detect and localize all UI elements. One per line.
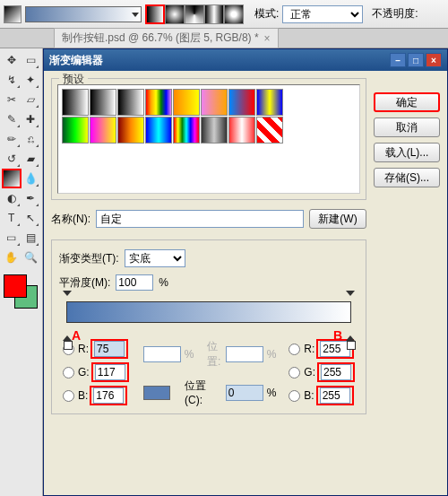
angle-gradient-icon[interactable] xyxy=(185,4,204,24)
g-radio-right[interactable] xyxy=(289,367,300,379)
dodge-tool[interactable]: ◐ xyxy=(2,188,22,208)
new-button[interactable]: 新建(W) xyxy=(309,209,366,229)
gradient-type-label: 渐变类型(T): xyxy=(59,251,119,266)
hand-tool[interactable]: ✋ xyxy=(2,248,22,267)
b-radio-left[interactable] xyxy=(63,390,74,402)
save-button[interactable]: 存储(S)... xyxy=(374,168,440,187)
diamond-gradient-icon[interactable] xyxy=(224,4,244,24)
dialog-title: 渐变编辑器 xyxy=(49,53,103,68)
b-input-left[interactable] xyxy=(93,387,124,404)
document-tab[interactable]: 制作按钮.psd @ 66.7% (图层 5, RGB/8) * × xyxy=(54,28,279,48)
maximize-button[interactable]: □ xyxy=(408,53,424,67)
preset-swatch[interactable] xyxy=(201,117,228,144)
b-radio-right[interactable] xyxy=(289,390,300,402)
blur-tool[interactable]: 💧 xyxy=(22,169,40,188)
smoothness-input[interactable] xyxy=(116,274,153,291)
wand-tool[interactable]: ✦ xyxy=(22,70,41,90)
path-select-tool[interactable]: ↖ xyxy=(22,208,41,228)
presets-group: 预设 xyxy=(51,78,366,200)
middle-controls: % 位置:% 位置(C): % xyxy=(143,339,277,406)
position-input[interactable] xyxy=(226,385,263,401)
opacity-label: 不透明度: xyxy=(372,6,418,22)
color-swatches[interactable] xyxy=(2,273,38,309)
gradient-picker[interactable] xyxy=(25,6,142,22)
g-input-left[interactable] xyxy=(95,364,125,380)
color-stop-left[interactable] xyxy=(63,330,72,341)
color-stop-right[interactable] xyxy=(346,330,355,341)
type-tool[interactable]: T xyxy=(2,208,22,228)
pen-tool[interactable]: ✒ xyxy=(22,188,41,208)
load-button[interactable]: 载入(L)... xyxy=(374,143,440,162)
foreground-color-swatch[interactable] xyxy=(4,274,27,298)
gradient-type-select[interactable]: 实底 xyxy=(125,249,185,267)
preset-swatch[interactable] xyxy=(201,89,228,116)
eyedropper-tool[interactable]: ✎ xyxy=(2,109,22,129)
mode-label: 模式: xyxy=(254,6,279,22)
gradient-tool-indicator xyxy=(4,5,22,23)
history-brush-tool[interactable]: ↺ xyxy=(2,149,22,169)
brush-tool[interactable]: ✏ xyxy=(2,129,22,149)
opacity-pos-val xyxy=(226,346,263,362)
annotation-b: B xyxy=(333,328,342,343)
move-tool[interactable]: ✥ xyxy=(2,50,22,70)
marquee-tool[interactable]: ▭ xyxy=(22,50,41,70)
preset-swatch[interactable] xyxy=(117,117,144,144)
g-input-right[interactable] xyxy=(321,364,351,380)
stop-color-chip[interactable] xyxy=(143,386,170,400)
preset-swatch[interactable] xyxy=(228,117,255,144)
preset-swatch[interactable] xyxy=(173,117,200,144)
annotation-a: A xyxy=(72,328,81,343)
opacity-stop-left[interactable] xyxy=(63,292,72,303)
name-label: 名称(N): xyxy=(51,212,90,227)
linear-gradient-icon[interactable] xyxy=(145,4,165,24)
gradient-bar[interactable] xyxy=(66,301,351,323)
stamp-tool[interactable]: ⎌ xyxy=(22,129,41,149)
minimize-button[interactable]: – xyxy=(390,53,406,67)
dialog-titlebar: 渐变编辑器 – □ × xyxy=(44,49,447,71)
preset-swatch[interactable] xyxy=(256,89,283,116)
shape-tool[interactable]: ▭ xyxy=(2,228,22,248)
gradient-bar-wrap: A B xyxy=(66,301,351,323)
preset-swatch[interactable] xyxy=(228,89,255,116)
eraser-tool[interactable]: ▰ xyxy=(22,149,41,169)
presets-box xyxy=(57,84,360,194)
rgb-left-group: R: G: B: xyxy=(63,339,129,406)
preset-swatch[interactable] xyxy=(62,89,89,116)
ok-button[interactable]: 确定 xyxy=(374,92,440,112)
radial-gradient-icon[interactable] xyxy=(165,4,185,24)
options-toolbar: 模式: 正常 不透明度: xyxy=(0,0,448,29)
gradient-editor-dialog: 渐变编辑器 – □ × 预设 名称(N): 新建(W) xyxy=(43,48,448,496)
r-input-left[interactable] xyxy=(94,341,125,357)
heal-tool[interactable]: ✚ xyxy=(22,109,41,129)
document-tab-title: 制作按钮.psd @ 66.7% (图层 5, RGB/8) * xyxy=(62,30,259,46)
preset-swatch[interactable] xyxy=(90,117,116,144)
preset-swatch[interactable] xyxy=(173,89,200,116)
preset-swatch[interactable] xyxy=(145,89,172,116)
preset-swatch[interactable] xyxy=(117,89,144,116)
crop-tool[interactable]: ✂ xyxy=(2,90,22,109)
opacity-pos-input xyxy=(143,346,181,362)
cancel-button[interactable]: 取消 xyxy=(374,117,440,137)
opacity-stop-right[interactable] xyxy=(346,292,355,303)
close-button[interactable]: × xyxy=(426,53,442,67)
preset-swatch[interactable] xyxy=(145,117,172,144)
notes-tool[interactable]: ▤ xyxy=(22,228,41,248)
r-radio-right[interactable] xyxy=(289,344,300,355)
gradient-tool[interactable] xyxy=(2,169,22,188)
lasso-tool[interactable]: ↯ xyxy=(2,70,22,90)
b-input-right[interactable] xyxy=(320,387,350,404)
preset-swatch[interactable] xyxy=(62,117,89,144)
percent-label: % xyxy=(159,276,168,289)
tool-palette: ✥▭ ↯✦ ✂▱ ✎✚ ✏⎌ ↺▰ 💧 ◐✒ T↖ ▭▤ ✋🔍 xyxy=(0,48,43,496)
preset-swatch[interactable] xyxy=(256,117,283,144)
gradient-name-input[interactable] xyxy=(96,210,304,228)
rgb-right-group: R: G: B: xyxy=(289,339,355,406)
slice-tool[interactable]: ▱ xyxy=(22,90,41,109)
gradient-settings-group: 渐变类型(T): 实底 平滑度(M): % A xyxy=(51,239,366,414)
g-radio-left[interactable] xyxy=(63,367,74,379)
preset-swatch[interactable] xyxy=(90,89,116,116)
reflected-gradient-icon[interactable] xyxy=(204,4,224,24)
close-tab-icon[interactable]: × xyxy=(264,32,271,45)
zoom-tool[interactable]: 🔍 xyxy=(22,248,41,267)
blend-mode-select[interactable]: 正常 xyxy=(282,5,363,23)
